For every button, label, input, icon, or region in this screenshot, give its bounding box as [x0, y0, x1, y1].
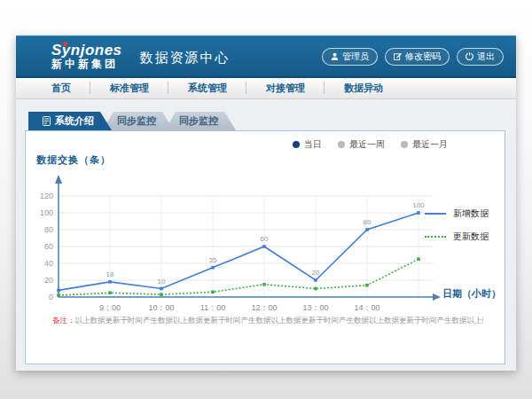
svg-text:0: 0	[49, 293, 53, 301]
brand-logo: Synjones 新中新集团	[51, 43, 122, 69]
footnote-prefix: 备注：	[52, 316, 75, 325]
legend-label: 更新数据	[453, 231, 489, 243]
svg-text:14：00: 14：00	[354, 303, 379, 312]
nav-item-interface-mgmt[interactable]: 对接管理	[246, 78, 325, 98]
x-axis-title: 日期（小时）	[442, 287, 501, 301]
svg-text:12：00: 12：00	[251, 303, 277, 312]
tab-system-intro[interactable]: 系统介绍	[28, 112, 112, 130]
svg-text:10：00: 10：00	[148, 303, 174, 312]
radio-last-month[interactable]: 最近一月	[401, 138, 448, 151]
legend-item-new-data: 新增数据	[425, 207, 489, 220]
tab-sync-monitor-2[interactable]: 同步监控	[165, 112, 236, 130]
tab-label: 系统介绍	[55, 112, 94, 130]
app-header: Synjones 新中新集团 数据资源中心 管理员 修改密码 退出	[16, 35, 516, 78]
edit-icon	[394, 52, 402, 60]
radio-last-week[interactable]: 最近一周	[338, 138, 385, 151]
footnote-text: 以上数据更新于时间产生数据以上数据更新于时间产生数据以上数据更新于时间产生数据以…	[75, 316, 484, 325]
y-axis-title: 数据交换（条）	[36, 153, 111, 167]
logo-text-en: Synjones	[51, 43, 122, 59]
main-nav: 首页 标准管理 系统管理 对接管理 数据异动	[16, 78, 516, 99]
svg-text:60: 60	[44, 242, 53, 251]
tab-sync-monitor-1[interactable]: 同步监控	[103, 112, 174, 130]
tab-label: 同步监控	[179, 115, 218, 126]
radio-label: 当日	[304, 138, 322, 151]
admin-user-button[interactable]: 管理员	[322, 48, 378, 66]
nav-item-home[interactable]: 首页	[32, 78, 90, 98]
chart-legend: 新增数据 更新数据	[425, 207, 489, 243]
chart-panel: 当日 最近一周 最近一月 数据交换（条） 0204060801001209：00…	[25, 130, 505, 364]
nav-item-standard-mgmt[interactable]: 标准管理	[90, 78, 168, 98]
svg-text:80: 80	[44, 225, 53, 234]
content-area: 系统介绍 同步监控 同步监控 当日 最近一周	[16, 99, 516, 371]
blue-line-swatch-icon	[425, 213, 446, 215]
logo-text-cn: 新中新集团	[51, 59, 122, 70]
change-password-label: 修改密码	[405, 51, 441, 63]
svg-text:13：00: 13：00	[302, 303, 328, 312]
svg-text:18: 18	[106, 270, 114, 278]
nav-item-data-change[interactable]: 数据异动	[325, 78, 403, 98]
svg-text:100: 100	[412, 201, 425, 209]
document-icon	[43, 116, 51, 126]
admin-user-label: 管理员	[342, 51, 369, 63]
logout-label: 退出	[477, 51, 495, 63]
svg-text:120: 120	[40, 192, 53, 200]
change-password-button[interactable]: 修改密码	[385, 48, 450, 66]
radio-unselected-icon	[401, 141, 408, 148]
legend-label: 新增数据	[453, 207, 489, 220]
radio-unselected-icon	[338, 141, 345, 148]
logout-button[interactable]: 退出	[457, 48, 504, 66]
svg-text:80: 80	[364, 218, 372, 226]
legend-item-updated-data: 更新数据	[425, 231, 489, 243]
page-title: 数据资源中心	[140, 50, 231, 66]
time-range-filter: 当日 最近一周 最近一月	[293, 138, 448, 151]
line-chart: 0204060801001209：0010：0011：0012：0013：001…	[33, 168, 506, 324]
svg-text:60: 60	[261, 235, 269, 243]
svg-text:10: 10	[158, 278, 166, 286]
radio-label: 最近一周	[349, 138, 385, 151]
tab-label: 同步监控	[117, 115, 156, 126]
green-dotted-swatch-icon	[425, 236, 446, 238]
svg-text:20: 20	[312, 269, 320, 277]
svg-text:35: 35	[209, 256, 217, 264]
nav-item-system-mgmt[interactable]: 系统管理	[168, 78, 246, 98]
svg-text:100: 100	[40, 208, 53, 217]
app-window: Synjones 新中新集团 数据资源中心 管理员 修改密码 退出 首页 标准管…	[16, 35, 516, 371]
user-icon	[331, 52, 339, 60]
radio-selected-icon	[293, 141, 300, 148]
svg-text:20: 20	[44, 276, 53, 285]
radio-label: 最近一月	[412, 138, 448, 151]
tab-bar: 系统介绍 同步监控 同步监控	[28, 112, 236, 130]
radio-today[interactable]: 当日	[293, 138, 322, 151]
header-actions: 管理员 修改密码 退出	[322, 48, 504, 66]
svg-text:11：00: 11：00	[200, 303, 225, 312]
footnote: 备注：以上数据更新于时间产生数据以上数据更新于时间产生数据以上数据更新于时间产生…	[52, 316, 483, 326]
svg-text:9：00: 9：00	[99, 303, 121, 312]
power-icon	[466, 52, 473, 60]
svg-text:40: 40	[44, 259, 53, 268]
